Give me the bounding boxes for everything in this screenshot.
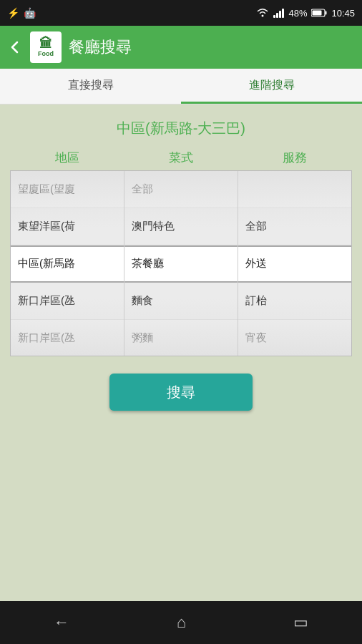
list-item[interactable]: 麵食 (124, 283, 238, 320)
svg-rect-3 (313, 11, 322, 16)
svg-point-0 (262, 14, 264, 16)
app-icon-label: Food (38, 50, 54, 57)
list-item[interactable]: 宵夜 (238, 320, 351, 356)
usb-icon: ⚡ (7, 7, 19, 19)
building-icon: 🏛 (39, 37, 52, 50)
header-title: 餐廳搜尋 (69, 36, 132, 58)
tab-direct-search[interactable]: 直接搜尋 (0, 69, 181, 104)
battery-icon (311, 9, 327, 17)
section-title: 中區(新馬路-大三巴) (0, 104, 362, 150)
android-icon: 🤖 (24, 7, 36, 19)
list-item[interactable]: 訂枱 (238, 283, 351, 320)
list-item[interactable]: 外送 (238, 245, 351, 283)
main-content: 中區(新馬路-大三巴) 地區 菜式 服務 望廈區(望廈 東望洋區(荷 中區(新馬… (0, 104, 362, 601)
back-button[interactable] (7, 39, 23, 55)
list-item[interactable]: 茶餐廳 (124, 245, 238, 283)
status-bar: ⚡ 🤖 48% 10:45 (0, 0, 362, 26)
col-header-area: 地區 (10, 150, 124, 166)
picker-col-area[interactable]: 望廈區(望廈 東望洋區(荷 中區(新馬路 新口岸區(氹 新口岸區(氹 (11, 171, 124, 356)
picker-col-cuisine[interactable]: 全部 澳門特色 茶餐廳 麵食 粥麵 (124, 171, 238, 356)
status-left: ⚡ 🤖 (7, 7, 36, 19)
search-button[interactable]: 搜尋 (109, 374, 253, 411)
list-item[interactable]: 粥麵 (124, 320, 238, 356)
signal-bars (273, 9, 284, 18)
col-header-service: 服務 (238, 150, 352, 166)
list-item[interactable]: 東望洋區(荷 (11, 208, 124, 245)
tabs: 直接搜尋 進階搜尋 (0, 69, 362, 104)
list-item[interactable]: 新口岸區(氹 (11, 283, 124, 320)
picker-col-service[interactable]: 全部 外送 訂枱 宵夜 (238, 171, 351, 356)
tab-advanced-search[interactable]: 進階搜尋 (181, 69, 362, 104)
picker-area[interactable]: 望廈區(望廈 東望洋區(荷 中區(新馬路 新口岸區(氹 新口岸區(氹 全部 澳門… (10, 170, 352, 356)
list-item[interactable]: 中區(新馬路 (11, 245, 124, 283)
list-item[interactable]: 澳門特色 (124, 208, 238, 245)
list-item[interactable]: 全部 (124, 171, 238, 208)
list-item[interactable] (238, 171, 351, 208)
time: 10:45 (331, 8, 355, 19)
list-item[interactable]: 新口岸區(氹 (11, 320, 124, 356)
svg-rect-2 (326, 11, 327, 15)
col-header-cuisine: 菜式 (124, 150, 238, 166)
search-button-area: 搜尋 (0, 356, 362, 422)
battery-percent: 48% (288, 8, 307, 19)
list-item[interactable]: 望廈區(望廈 (11, 171, 124, 208)
home-nav-button[interactable]: ⌂ (177, 613, 186, 632)
status-right: 48% 10:45 (256, 7, 355, 19)
app-header: 🏛 Food 餐廳搜尋 (0, 26, 362, 69)
bottom-nav: ← ⌂ ▭ (0, 601, 362, 644)
recent-nav-button[interactable]: ▭ (293, 613, 308, 632)
wifi-icon (256, 7, 269, 19)
column-headers: 地區 菜式 服務 (0, 150, 362, 166)
list-item[interactable]: 全部 (238, 208, 351, 245)
app-icon: 🏛 Food (30, 31, 62, 63)
back-nav-button[interactable]: ← (54, 613, 69, 632)
